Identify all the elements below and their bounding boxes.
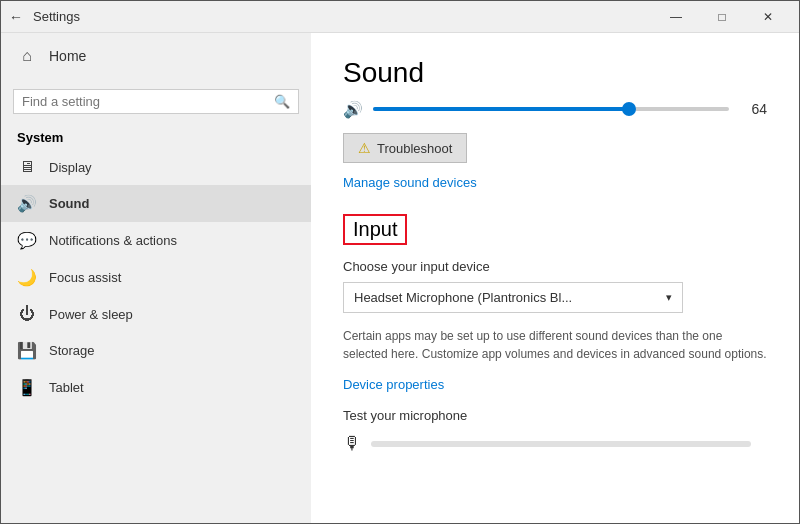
sidebar-item-label: Display (49, 160, 92, 175)
input-device-dropdown[interactable]: Headset Microphone (Plantronics Bl... ▾ (343, 282, 683, 313)
input-section-heading: Input (343, 214, 407, 245)
window-controls: — □ ✕ (653, 1, 791, 33)
sidebar-item-focus[interactable]: 🌙 Focus assist (1, 259, 311, 296)
device-properties-link[interactable]: Device properties (343, 377, 767, 392)
close-button[interactable]: ✕ (745, 1, 791, 33)
display-icon: 🖥 (17, 158, 37, 176)
sidebar-item-tablet[interactable]: 📱 Tablet (1, 369, 311, 406)
sidebar-item-sound[interactable]: 🔊 Sound (1, 185, 311, 222)
sidebar-item-label: Storage (49, 343, 95, 358)
search-box[interactable]: 🔍 (13, 89, 299, 114)
sidebar-item-power[interactable]: ⏻ Power & sleep (1, 296, 311, 332)
sidebar-item-label: Power & sleep (49, 307, 133, 322)
sidebar-section-title: System (1, 124, 311, 149)
volume-icon: 🔊 (343, 100, 363, 119)
sidebar-item-home[interactable]: ⌂ Home (1, 33, 311, 79)
chevron-down-icon: ▾ (666, 291, 672, 304)
slider-thumb[interactable] (622, 102, 636, 116)
mic-level-bar (371, 441, 751, 447)
back-button[interactable]: ← (9, 9, 23, 25)
main-layout: ⌂ Home 🔍 System 🖥 Display 🔊 Sound 💬 Noti… (1, 33, 799, 523)
sidebar-item-label: Sound (49, 196, 89, 211)
storage-icon: 💾 (17, 341, 37, 360)
tablet-icon: 📱 (17, 378, 37, 397)
notifications-icon: 💬 (17, 231, 37, 250)
power-icon: ⏻ (17, 305, 37, 323)
info-text: Certain apps may be set up to use differ… (343, 327, 767, 363)
selected-device-text: Headset Microphone (Plantronics Bl... (354, 290, 572, 305)
microphone-icon: 🎙 (343, 433, 361, 454)
slider-track (373, 107, 729, 111)
page-title: Sound (343, 57, 767, 89)
choose-device-label: Choose your input device (343, 259, 767, 274)
sidebar-item-storage[interactable]: 💾 Storage (1, 332, 311, 369)
test-mic-heading: Test your microphone (343, 408, 767, 423)
sidebar-item-label: Tablet (49, 380, 84, 395)
sidebar-item-notifications[interactable]: 💬 Notifications & actions (1, 222, 311, 259)
search-input[interactable] (22, 94, 274, 109)
minimize-button[interactable]: — (653, 1, 699, 33)
manage-devices-link[interactable]: Manage sound devices (343, 175, 767, 190)
sound-icon: 🔊 (17, 194, 37, 213)
search-icon: 🔍 (274, 94, 290, 109)
content-area: Sound 🔊 64 ⚠ Troubleshoot Manage sound d… (311, 33, 799, 523)
focus-icon: 🌙 (17, 268, 37, 287)
home-icon: ⌂ (17, 47, 37, 65)
volume-slider[interactable] (373, 99, 729, 119)
troubleshoot-label: Troubleshoot (377, 141, 452, 156)
sidebar: ⌂ Home 🔍 System 🖥 Display 🔊 Sound 💬 Noti… (1, 33, 311, 523)
warning-icon: ⚠ (358, 140, 371, 156)
slider-fill (373, 107, 629, 111)
sidebar-item-display[interactable]: 🖥 Display (1, 149, 311, 185)
volume-control: 🔊 64 (343, 99, 767, 119)
mic-test-row: 🎙 (343, 433, 767, 454)
sidebar-item-label: Focus assist (49, 270, 121, 285)
titlebar: ← Settings — □ ✕ (1, 1, 799, 33)
sidebar-item-label: Notifications & actions (49, 233, 177, 248)
troubleshoot-button[interactable]: ⚠ Troubleshoot (343, 133, 467, 163)
app-title: Settings (33, 9, 653, 24)
maximize-button[interactable]: □ (699, 1, 745, 33)
sidebar-home-label: Home (49, 48, 86, 64)
volume-value: 64 (739, 101, 767, 117)
